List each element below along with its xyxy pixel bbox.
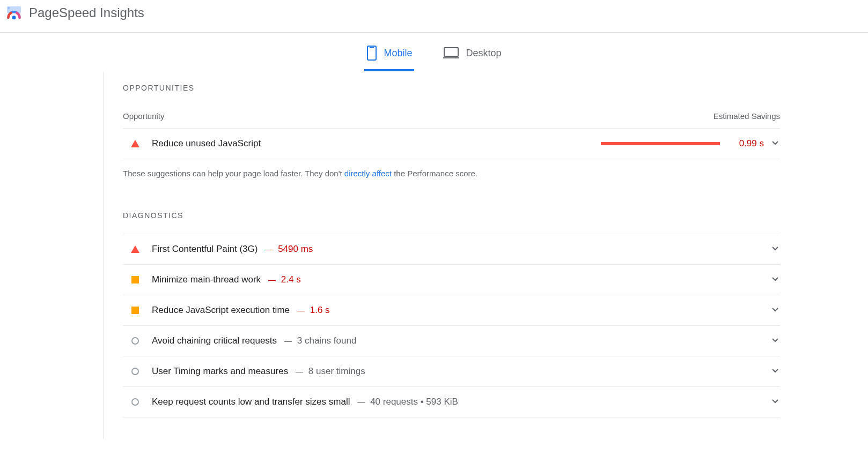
report-content: OPPORTUNITIES Opportunity Estimated Savi… (103, 72, 784, 439)
tab-mobile-label: Mobile (384, 48, 412, 59)
svg-rect-3 (367, 46, 376, 60)
chevron-down-icon (771, 337, 780, 346)
diagnostic-label: User Timing marks and measures (152, 366, 288, 377)
diagnostic-label: Avoid chaining critical requests (152, 335, 277, 346)
severity-icon (130, 244, 140, 254)
diagnostic-detail: 8 user timings (308, 366, 365, 377)
opportunities-heading: OPPORTUNITIES (123, 84, 780, 92)
pagespeed-logo-icon (6, 5, 21, 20)
device-tabs: Mobile Desktop (0, 33, 868, 72)
dash-separator: — (261, 245, 275, 253)
svg-point-2 (12, 16, 16, 19)
tab-mobile[interactable]: Mobile (364, 41, 414, 71)
chevron-down-icon (771, 306, 780, 315)
mobile-icon (366, 46, 377, 61)
chevron-down-icon (771, 367, 780, 376)
diagnostic-detail: 3 chains found (297, 335, 357, 346)
diagnostic-label: Keep request counts low and transfer siz… (152, 397, 350, 407)
opportunities-note: These suggestions can help your page loa… (123, 159, 780, 210)
dash-separator: — (280, 337, 294, 345)
svg-rect-1 (8, 8, 10, 9)
dash-separator: — (293, 306, 307, 315)
severity-icon (130, 397, 140, 407)
diagnostic-detail: 40 requests • 593 KiB (370, 397, 458, 407)
dash-separator: — (291, 367, 305, 376)
opportunity-label: Reduce unused JavaScript (152, 138, 601, 149)
severity-icon (130, 139, 140, 148)
diagnostic-row[interactable]: Keep request counts low and transfer siz… (123, 387, 780, 417)
note-prefix: These suggestions can help your page loa… (123, 169, 344, 178)
diagnostic-row[interactable]: Avoid chaining critical requests — 3 cha… (123, 326, 780, 356)
savings-value: 0.99 s (735, 138, 764, 149)
savings-bar (601, 142, 720, 145)
note-suffix: the Performance score. (392, 169, 477, 178)
tab-desktop-label: Desktop (466, 48, 501, 59)
diagnostic-row[interactable]: Reduce JavaScript execution time — 1.6 s (123, 295, 780, 326)
diagnostic-row[interactable]: First Contentful Paint (3G) — 5490 ms (123, 234, 780, 265)
opportunity-column-headers: Opportunity Estimated Savings (123, 106, 780, 129)
app-header: PageSpeed Insights (0, 0, 868, 33)
diagnostic-label: Reduce JavaScript execution time (152, 305, 290, 316)
tab-desktop[interactable]: Desktop (441, 41, 503, 71)
chevron-down-icon (771, 139, 780, 148)
opportunity-row[interactable]: Reduce unused JavaScript0.99 s (123, 129, 780, 159)
severity-icon (130, 275, 140, 285)
chevron-down-icon (771, 245, 780, 254)
svg-rect-5 (444, 48, 458, 56)
chevron-down-icon (771, 275, 780, 285)
diagnostics-heading: DIAGNOSTICS (123, 211, 780, 220)
diagnostic-detail: 1.6 s (310, 305, 330, 316)
diagnostic-row[interactable]: User Timing marks and measures — 8 user … (123, 356, 780, 387)
app-title: PageSpeed Insights (29, 5, 144, 20)
severity-icon (130, 367, 140, 376)
chevron-down-icon (771, 398, 780, 407)
severity-icon (130, 336, 140, 346)
col-savings-label: Estimated Savings (713, 111, 780, 121)
diagnostic-label: First Contentful Paint (3G) (152, 244, 258, 255)
diagnostic-label: Minimize main-thread work (152, 274, 261, 285)
dash-separator: — (264, 275, 278, 284)
note-link[interactable]: directly affect (344, 169, 392, 178)
desktop-icon (443, 47, 459, 59)
dash-separator: — (353, 398, 367, 406)
col-opportunity-label: Opportunity (123, 111, 165, 121)
diagnostic-detail: 2.4 s (281, 274, 301, 285)
diagnostic-row[interactable]: Minimize main-thread work — 2.4 s (123, 265, 780, 295)
severity-icon (130, 305, 140, 315)
diagnostic-detail: 5490 ms (278, 244, 313, 255)
